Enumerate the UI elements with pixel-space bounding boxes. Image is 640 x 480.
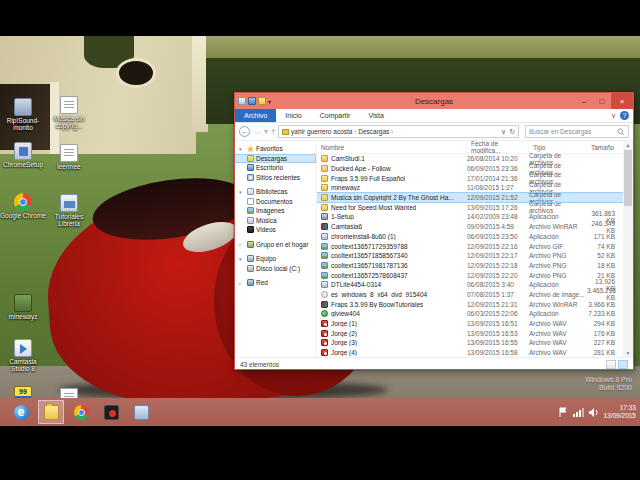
help-icon[interactable]: ? (620, 111, 629, 120)
sidebar-item-descargas[interactable]: Descargas (235, 154, 316, 164)
file-row[interactable]: glview40406/03/2015 22:06Aplicación7.233… (317, 309, 623, 319)
history-caret-icon[interactable]: ▾ (264, 127, 268, 136)
file-row[interactable]: chromeinstall-8u60 (1)06/09/2015 23:50Ap… (317, 232, 623, 242)
file-name-cell: cooltext136572578608437 (317, 272, 467, 279)
img-file-icon (321, 252, 328, 259)
sidebar-item-videos[interactable]: Videos (235, 225, 316, 235)
title-bar[interactable]: ▾ Descargas – □ × (235, 93, 633, 109)
tab-inicio[interactable]: Inicio (276, 109, 310, 122)
ribbon-collapse-icon[interactable]: ∨ (611, 112, 616, 120)
taskbar-internet-explorer[interactable]: e (8, 400, 34, 424)
desktop-icon-tutoriales-libreria[interactable]: Tutoriales Libreria (46, 194, 92, 227)
file-row[interactable]: Camtasia609/09/2015 4:59Archivo WinRAR24… (317, 222, 623, 232)
scroll-up-icon[interactable]: ▲ (626, 141, 631, 149)
collapsed-arrow-icon[interactable]: ▹ (239, 241, 245, 247)
file-row[interactable]: Jorge (4)13/09/2015 16:58Archivo WAV281 … (317, 348, 623, 357)
icon-detail (78, 409, 85, 416)
taskbar-clock[interactable]: 17:33 13/09/2015 (603, 404, 636, 420)
sidebar-group: ▾BibliotecasDocumentosImágenesMúsicaVide… (235, 187, 316, 235)
breadcrumb-segment[interactable]: Descargas (358, 128, 389, 135)
desktop-icon (247, 164, 254, 171)
sidebar-item-documentos[interactable]: Documentos (235, 197, 316, 207)
column-header-date[interactable]: Fecha de modifica... (467, 141, 529, 153)
sidebar-item-escritorio[interactable]: Escritorio (235, 163, 316, 173)
desktop-icon-leermee[interactable]: leermee (46, 144, 92, 170)
watermark-line2: Build 9200 (585, 384, 632, 392)
file-row[interactable]: Jorge (2)13/09/2015 16:53Archivo WAV176 … (317, 328, 623, 338)
desktop-icon-m-sica-sin-copyrig-[interactable]: Música sin copyrig... (46, 96, 92, 129)
file-type: Aplicación (529, 213, 587, 220)
address-dropdown-icon[interactable]: ∨ (501, 128, 506, 136)
file-row[interactable]: Fraps 3.5.99 By BoowTutoriales12/09/2015… (317, 299, 623, 309)
file-date: 06/09/2015 23:36 (467, 165, 529, 172)
letterbox-top (0, 0, 640, 36)
expanded-arrow-icon[interactable]: ▾ (239, 256, 245, 262)
sidebar-item-im-genes[interactable]: Imágenes (235, 206, 316, 216)
sidebar-group-favoritos[interactable]: ▾Favoritos (235, 144, 316, 154)
breadcrumb-segment[interactable]: yahir guerrero acosta (291, 128, 352, 135)
back-button[interactable]: ← (239, 126, 250, 137)
sidebar-group-red[interactable]: ▹Red (235, 278, 316, 288)
details-view-button[interactable] (606, 360, 616, 369)
file-date: 09/09/2015 4:59 (467, 223, 529, 230)
sidebar-group-label: Favoritos (256, 145, 283, 152)
file-row[interactable]: DTLite4454-031406/08/2015 3:40Aplicación… (317, 280, 623, 290)
file-row[interactable]: Jorge (3)13/09/2015 16:55Archivo WAV227 … (317, 338, 623, 348)
collapsed-arrow-icon[interactable]: ▹ (239, 280, 245, 286)
taskbar-file-explorer[interactable] (38, 400, 64, 424)
desktop-icon-label: leermee (46, 163, 92, 170)
taskbar-google-chrome[interactable] (68, 400, 94, 424)
tab-archivo[interactable]: Archivo (235, 109, 276, 122)
forward-button[interactable]: → (253, 127, 261, 136)
tab-vista[interactable]: Vista (359, 109, 392, 122)
file-row[interactable]: Jorge (1)13/09/2015 16:51Archivo WAV294 … (317, 319, 623, 329)
file-row[interactable]: es_windows_8_x64_dvd_91540407/08/2015 1:… (317, 290, 623, 300)
watermark-line1: Windows 8 Pro (585, 376, 632, 384)
file-date: 06/09/2015 23:50 (467, 233, 529, 240)
sidebar-item-sitios-recientes[interactable]: Sitios recientes (235, 173, 316, 183)
sidebar-group: ▹Red (235, 278, 316, 288)
action-center-flag-icon[interactable] (558, 407, 569, 418)
thumbnails-view-button[interactable] (618, 360, 628, 369)
desktop-icon-chromesetup[interactable]: ChromeSetup (0, 142, 46, 168)
file-row[interactable]: cooltext13657185856734012/09/2015 22:17A… (317, 251, 623, 261)
screen: Rip!Sound-monitoMúsica sin copyrig...Chr… (0, 0, 640, 480)
scrollbar[interactable]: ▲ ▼ (623, 141, 633, 357)
volume-icon[interactable] (588, 407, 599, 418)
wav-file-icon (321, 330, 328, 337)
scrollbar-thumb[interactable] (624, 150, 632, 206)
file-row[interactable]: cooltext13657257860843712/09/2015 22:20A… (317, 270, 623, 280)
file-name: es_windows_8_x64_dvd_915404 (331, 291, 427, 298)
sidebar-item-label: Escritorio (256, 164, 283, 171)
taskbar-camtasia-recorder[interactable] (98, 400, 124, 424)
scroll-down-icon[interactable]: ▼ (626, 349, 631, 357)
desktop-icon-camtasia-studio-8[interactable]: Camtasia Studio 8 (0, 339, 46, 372)
img-file-icon (321, 262, 328, 269)
sidebar-group-grupo-en-el-hogar[interactable]: ▹Grupo en el hogar (235, 240, 316, 250)
search-box[interactable]: Buscar en Descargas (525, 125, 629, 138)
sidebar-item-m-sica[interactable]: Música (235, 216, 316, 226)
file-row[interactable]: 1-Setup14/02/2009 23:48Aplicación361.863… (317, 212, 623, 222)
taskbar-app-window[interactable] (128, 400, 154, 424)
expanded-arrow-icon[interactable]: ▾ (239, 146, 245, 152)
file-row[interactable]: Need for Speed Most Wanted13/09/2015 17:… (317, 202, 623, 212)
sidebar-item-disco-local-c-[interactable]: Disco local (C:) (235, 264, 316, 274)
file-row[interactable]: cooltext13657172935978812/09/2015 22:16A… (317, 241, 623, 251)
desktop-icon-minewayz[interactable]: minewayz (0, 294, 46, 320)
wav-file-icon (321, 349, 328, 356)
file-row[interactable]: cooltext13657198178713612/09/2015 22:18A… (317, 261, 623, 271)
refresh-icon[interactable]: ↻ (509, 128, 515, 136)
column-header-size[interactable]: Tamaño (587, 141, 617, 153)
sidebar-group-equipo[interactable]: ▾Equipo (235, 254, 316, 264)
column-header-name[interactable]: Nombre (317, 141, 467, 153)
desktop-icon-google-chrome[interactable]: Google Chrome (0, 193, 46, 219)
expanded-arrow-icon[interactable]: ▾ (239, 189, 245, 195)
breadcrumb[interactable]: yahir guerrero acosta › Descargas › ∨↻ (278, 125, 519, 138)
up-button[interactable]: ↑ (271, 127, 275, 136)
sidebar-group-bibliotecas[interactable]: ▾Bibliotecas (235, 187, 316, 197)
desktop-icon-rip-sound-monito[interactable]: Rip!Sound-monito (0, 98, 46, 131)
network-icon[interactable] (573, 407, 584, 418)
file-name: cooltext136571729359788 (331, 243, 408, 250)
icon-detail (324, 342, 327, 345)
tab-compartir[interactable]: Compartir (311, 109, 360, 122)
